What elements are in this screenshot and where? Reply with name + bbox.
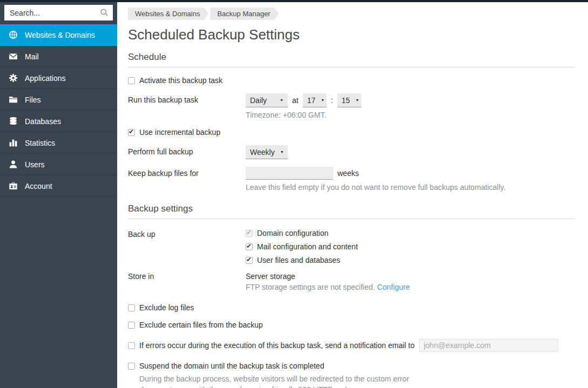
keep-backups-row: Keep backup files for weeks Leave this f… — [128, 167, 575, 192]
gear-icon — [9, 73, 18, 83]
search-input[interactable] — [4, 5, 113, 21]
id-card-icon — [9, 181, 18, 190]
notify-email-input[interactable] — [419, 339, 558, 352]
search-icon — [100, 8, 109, 19]
bar-chart-icon — [9, 138, 18, 147]
user-files-checkbox[interactable] — [246, 257, 253, 264]
run-backup-row: Run this backup task Daily ▼ at 17 ▼ : 1… — [128, 93, 575, 119]
keep-backups-unit: weeks — [337, 169, 359, 178]
notify-email-checkbox[interactable] — [128, 342, 135, 349]
store-in-label: Store in — [128, 270, 246, 291]
breadcrumb-backup-manager[interactable]: Backup Manager — [210, 8, 279, 20]
breadcrumb: Websites & Domains Backup Manager — [128, 8, 575, 20]
full-backup-period-select[interactable]: Weekly ▼ — [246, 145, 288, 159]
suspend-domain-label[interactable]: Suspend the domain until the backup task… — [139, 362, 324, 370]
at-label: at — [292, 96, 299, 105]
backup-settings-section-heading: Backup settings — [128, 203, 575, 219]
keep-backups-label: Keep backup files for — [128, 167, 246, 192]
user-icon — [9, 160, 18, 169]
incremental-backup-row: Use incremental backup — [128, 128, 575, 137]
configure-ftp-link[interactable]: Configure — [377, 283, 410, 291]
colon-separator: : — [331, 96, 333, 105]
backup-option-row: User files and databases — [246, 256, 358, 264]
exclude-logs-row: Exclude log files — [128, 303, 575, 312]
keep-backups-note: Leave this field empty if you do not wan… — [246, 183, 505, 192]
activate-backup-label[interactable]: Activate this backup task — [139, 76, 222, 85]
sidebar-item-label: Statistics — [25, 139, 55, 147]
activate-backup-checkbox[interactable] — [128, 77, 135, 84]
sidebar-item-statistics[interactable]: Statistics — [0, 132, 117, 154]
chevron-down-icon: ▼ — [280, 98, 283, 102]
chevron-down-icon: ▼ — [355, 98, 359, 102]
period-select[interactable]: Daily ▼ — [246, 93, 288, 107]
keep-backups-input[interactable] — [246, 167, 333, 180]
sidebar-item-label: Databases — [25, 117, 61, 126]
sidebar-item-label: Files — [25, 96, 41, 104]
full-backup-row: Perform full backup Weekly ▼ — [128, 145, 575, 159]
exclude-logs-label[interactable]: Exclude log files — [139, 303, 194, 312]
domain-configuration-label[interactable]: Domain configuration — [257, 229, 328, 237]
backup-content-label: Back up — [128, 228, 246, 264]
page-title: Scheduled Backup Settings — [128, 26, 575, 43]
exclude-files-row: Exclude certain files from the backup — [128, 321, 575, 329]
full-backup-label: Perform full backup — [128, 145, 246, 159]
timezone-note: Timezone: +06:00 GMT. — [246, 111, 361, 119]
suspend-domain-block: Suspend the domain until the backup task… — [128, 362, 575, 388]
database-icon — [9, 117, 18, 126]
backup-option-row: Mail configuration and content — [246, 242, 358, 251]
suspend-domain-row: Suspend the domain until the backup task… — [128, 362, 575, 370]
notify-email-row: If errors occur during the execution of … — [128, 339, 575, 352]
mail-icon — [9, 52, 18, 61]
sidebar-item-applications[interactable]: Applications — [0, 67, 117, 89]
exclude-logs-checkbox[interactable] — [128, 304, 135, 311]
incremental-backup-label[interactable]: Use incremental backup — [139, 128, 220, 137]
main-content: Websites & Domains Backup Manager Schedu… — [117, 2, 588, 388]
sidebar-item-mail[interactable]: Mail — [0, 46, 117, 67]
sidebar-item-label: Account — [25, 182, 52, 190]
backup-option-row: Domain configuration — [246, 229, 358, 237]
incremental-backup-checkbox[interactable] — [128, 129, 135, 136]
sidebar-item-label: Applications — [25, 74, 66, 83]
folder-icon — [9, 95, 18, 104]
store-in-row: Store in Server storage FTP storage sett… — [128, 270, 575, 291]
breadcrumb-websites-domains[interactable]: Websites & Domains — [128, 8, 208, 20]
activate-backup-row: Activate this backup task — [128, 76, 575, 85]
exclude-files-label[interactable]: Exclude certain files from the backup — [139, 321, 263, 329]
mail-configuration-checkbox[interactable] — [246, 243, 253, 250]
sidebar-item-files[interactable]: Files — [0, 89, 117, 111]
sidebar-item-label: Mail — [25, 52, 39, 61]
sidebar-item-label: Websites & Domains — [25, 31, 95, 39]
exclude-files-checkbox[interactable] — [128, 322, 135, 329]
chevron-down-icon: ▼ — [280, 150, 284, 154]
sidebar-item-users[interactable]: Users — [0, 154, 117, 175]
chevron-down-icon: ▼ — [321, 98, 325, 102]
minute-select[interactable]: 15 ▼ — [337, 93, 361, 107]
sidebar-item-account[interactable]: Account — [0, 175, 117, 197]
sidebar: Websites & Domains Mail — [0, 2, 117, 388]
notify-email-label[interactable]: If errors occur during the execution of … — [139, 341, 415, 350]
sidebar-item-databases[interactable]: Databases — [0, 111, 117, 132]
sidebar-item-websites-domains[interactable]: Websites & Domains — [0, 24, 117, 46]
suspend-domain-note: During the backup process, website visit… — [139, 373, 412, 388]
hour-select[interactable]: 17 ▼ — [303, 93, 327, 107]
suspend-domain-checkbox[interactable] — [128, 363, 135, 370]
backup-content-row: Back up Domain configuration Mail config… — [128, 228, 575, 264]
store-in-value: Server storage — [246, 270, 410, 281]
run-backup-label: Run this backup task — [128, 93, 246, 119]
domain-configuration-checkbox[interactable] — [246, 230, 253, 237]
ftp-storage-note: FTP storage settings are not specified. … — [246, 283, 410, 291]
user-files-label[interactable]: User files and databases — [257, 256, 340, 264]
sidebar-item-label: Users — [25, 160, 45, 169]
mail-configuration-label[interactable]: Mail configuration and content — [257, 242, 358, 251]
schedule-section-heading: Schedule — [128, 52, 575, 67]
globe-icon — [9, 30, 18, 39]
